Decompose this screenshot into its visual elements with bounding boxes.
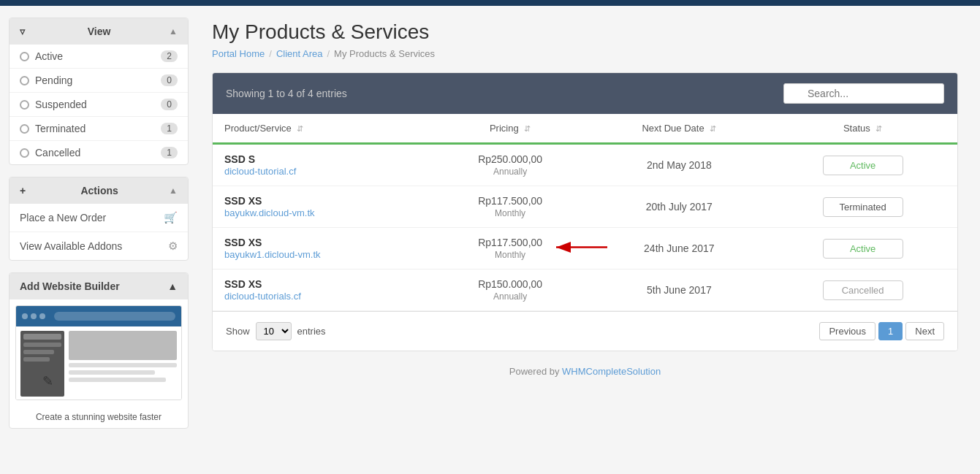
table-row: SSD XS dicloud-tutorials.cfRp150.000,00 … — [213, 270, 957, 311]
cell-pricing-1: Rp117.500,00 Monthly — [430, 186, 590, 228]
action-item-1[interactable]: View Available Addons ⚙ — [10, 232, 188, 260]
view-panel-header[interactable]: ▿ View ▲ — [10, 18, 188, 45]
previous-button[interactable]: Previous — [819, 322, 875, 340]
top-bar — [0, 0, 980, 6]
filter-count: 0 — [161, 74, 178, 86]
powered-by-text: Powered by — [509, 366, 560, 377]
view-panel-title: View — [88, 26, 111, 37]
website-builder-panel: Add Website Builder ▲ — [9, 272, 189, 429]
action-label: Place a New Order — [20, 212, 106, 223]
wb-panel-header[interactable]: Add Website Builder ▲ — [10, 273, 188, 299]
filter-item-suspended[interactable]: Suspended 0 — [10, 93, 188, 117]
table-showing: Showing 1 to 4 of 4 entries — [226, 88, 347, 99]
filter-item-cancelled[interactable]: Cancelled 1 — [10, 141, 188, 164]
action-icon-cart: 🛒 — [164, 211, 178, 224]
sort-date-icon[interactable]: ⇵ — [710, 124, 716, 134]
filter-label: Suspended — [35, 99, 161, 110]
page-1-button[interactable]: 1 — [878, 322, 903, 340]
breadcrumb-separator: / — [327, 48, 330, 59]
table-row: SSD XS bayukw.dicloud-vm.tkRp117.500,00 … — [213, 186, 957, 228]
product-domain[interactable]: bayukw.dicloud-vm.tk — [224, 207, 315, 218]
action-item-0[interactable]: Place a New Order 🛒 — [10, 204, 188, 232]
col-status: Status ⇵ — [768, 114, 957, 144]
cell-status-1: Terminated — [768, 186, 957, 228]
product-domain[interactable]: bayukw1.dicloud-vm.tk — [224, 249, 321, 260]
breadcrumb-link-1[interactable]: Client Area — [276, 48, 323, 59]
show-label: Show — [226, 326, 250, 337]
cell-status-2: Active — [768, 228, 957, 270]
powered-by: Powered by WHMCompleteSolution — [212, 351, 958, 391]
pricing-period: Monthly — [495, 250, 525, 260]
plus-icon: + — [20, 185, 26, 196]
filter-label: Cancelled — [35, 147, 161, 158]
filter-label: Active — [35, 50, 161, 62]
search-wrapper — [783, 83, 944, 104]
actions-list: Place a New Order 🛒View Available Addons… — [10, 204, 188, 260]
radio-icon — [20, 148, 29, 158]
product-name: SSD XS — [224, 278, 419, 290]
radio-icon — [20, 100, 29, 110]
filter-item-active[interactable]: Active 2 — [10, 45, 188, 69]
wb-panel-title: Add Website Builder — [20, 280, 120, 292]
cell-product-0: SSD S dicloud-tutorial.cf — [213, 144, 430, 186]
arrow-annotation — [549, 237, 615, 259]
whmcs-link[interactable]: WHMCompleteSolution — [562, 366, 661, 377]
filter-item-pending[interactable]: Pending 0 — [10, 69, 188, 93]
view-filter-panel: ▿ View ▲ Active 2 Pending 0 Suspended 0 … — [9, 18, 189, 165]
breadcrumb-link-0[interactable]: Portal Home — [212, 48, 265, 59]
next-button[interactable]: Next — [905, 322, 944, 340]
product-name: SSD XS — [224, 237, 419, 248]
col-due-date: Next Due Date ⇵ — [590, 114, 768, 144]
search-input[interactable] — [783, 83, 944, 104]
filter-count: 2 — [161, 50, 178, 62]
breadcrumb-separator: / — [269, 48, 272, 59]
status-badge[interactable]: Terminated — [823, 197, 903, 217]
breadcrumb-current: My Products & Services — [334, 48, 435, 59]
pricing-period: Annually — [493, 167, 527, 177]
radio-icon — [20, 52, 29, 61]
product-name: SSD XS — [224, 195, 419, 207]
status-badge[interactable]: Cancelled — [823, 280, 903, 300]
status-badge[interactable]: Active — [823, 239, 903, 259]
pricing-amount: Rp150.000,00 — [442, 278, 579, 290]
actions-panel-header[interactable]: + Actions ▲ — [10, 177, 188, 204]
view-chevron-icon: ▲ — [169, 26, 178, 37]
sort-status-icon[interactable]: ⇵ — [875, 124, 882, 134]
actions-chevron-icon: ▲ — [169, 186, 178, 196]
cell-product-2: SSD XS bayukw1.dicloud-vm.tk — [213, 228, 430, 270]
cell-product-3: SSD XS dicloud-tutorials.cf — [213, 270, 430, 311]
action-label: View Available Addons — [20, 240, 122, 252]
filter-list: Active 2 Pending 0 Suspended 0 Terminate… — [10, 45, 188, 164]
table-row: SSD S dicloud-tutorial.cfRp250.000,00 An… — [213, 144, 957, 186]
table-footer: Show 10 25 50 entries Previous 1 Next — [213, 311, 957, 351]
filter-count: 1 — [161, 123, 178, 134]
cell-date-0: 2nd May 2018 — [590, 144, 768, 186]
pricing-period: Annually — [493, 291, 527, 302]
entries-label: entries — [297, 326, 326, 337]
product-domain[interactable]: dicloud-tutorial.cf — [224, 166, 296, 177]
sort-pricing-icon[interactable]: ⇵ — [524, 124, 531, 134]
pagination: Previous 1 Next — [819, 322, 944, 340]
wb-caption: Create a stunning website faster — [10, 406, 188, 428]
cell-pricing-0: Rp250.000,00 Annually — [430, 144, 590, 186]
product-domain[interactable]: dicloud-tutorials.cf — [224, 291, 301, 302]
products-table: Product/Service ⇵ Pricing ⇵ Next Due Dat… — [213, 114, 957, 311]
cell-status-3: Cancelled — [768, 270, 957, 311]
product-name: SSD S — [224, 153, 419, 165]
cell-pricing-3: Rp150.000,00 Annually — [430, 270, 590, 311]
sort-product-icon[interactable]: ⇵ — [297, 124, 303, 134]
entries-select[interactable]: 10 25 50 — [256, 322, 292, 340]
cell-date-2: 24th June 2017 — [590, 228, 768, 270]
page-title: My Products & Services — [212, 20, 958, 44]
show-entries: Show 10 25 50 entries — [226, 322, 326, 340]
filter-label: Terminated — [35, 123, 161, 134]
status-badge[interactable]: Active — [823, 156, 903, 175]
filter-count: 1 — [161, 147, 178, 158]
table-container: Showing 1 to 4 of 4 entries Product/Ser — [212, 72, 958, 351]
actions-panel: + Actions ▲ Place a New Order 🛒View Avai… — [9, 177, 189, 261]
filter-label: Pending — [35, 74, 161, 86]
breadcrumb: Portal Home/Client Area/My Products & Se… — [212, 48, 958, 59]
action-icon-puzzle: ⚙ — [168, 240, 178, 253]
pricing-amount: Rp250.000,00 — [442, 153, 579, 165]
filter-item-terminated[interactable]: Terminated 1 — [10, 117, 188, 141]
